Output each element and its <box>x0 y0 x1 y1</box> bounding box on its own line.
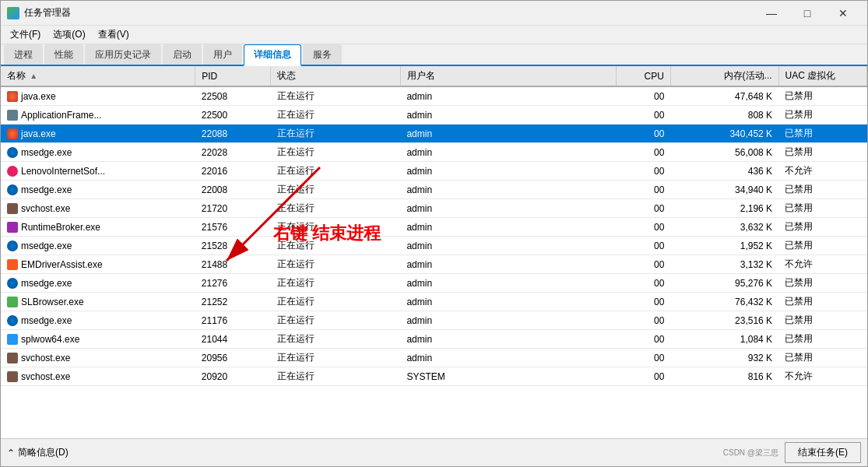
cell-name: java.exe <box>1 125 195 143</box>
window-title: 任务管理器 <box>24 6 754 19</box>
edge-icon <box>7 278 18 289</box>
cell-mem: 76,432 K <box>670 293 778 311</box>
cell-name: SLBrowser.exe <box>1 293 195 311</box>
table-container: 右键 结束进程 名称 ▲ <box>1 66 867 438</box>
cell-mem: 340,452 K <box>670 125 778 143</box>
menu-options[interactable]: 选项(O) <box>47 26 91 43</box>
collapse-info-button[interactable]: ⌃ 简略信息(D) <box>7 446 69 459</box>
table-row[interactable]: msedge.exe 21276 正在运行 admin 00 95,276 K … <box>1 274 867 293</box>
cell-uac: 不允许 <box>778 162 866 181</box>
cell-mem: 1,952 K <box>670 237 778 255</box>
cell-pid: 20920 <box>195 367 271 386</box>
col-header-user[interactable]: 用户名 <box>400 66 617 86</box>
table-row[interactable]: ApplicationFrame... 22500 正在运行 admin 00 … <box>1 106 867 125</box>
cell-cpu: 00 <box>617 237 670 255</box>
collapse-info-label: 简略信息(D) <box>18 446 69 459</box>
cell-status: 正在运行 <box>271 125 401 143</box>
edge-icon <box>7 241 18 251</box>
tab-users[interactable]: 用户 <box>203 44 242 65</box>
col-header-uac[interactable]: UAC 虚拟化 <box>778 66 866 86</box>
cell-pid: 21044 <box>195 330 271 349</box>
cell-user: admin <box>400 86 617 106</box>
table-row[interactable]: msedge.exe 21528 正在运行 admin 00 1,952 K 已… <box>1 237 867 255</box>
tab-performance[interactable]: 性能 <box>44 44 83 65</box>
tab-details[interactable]: 详细信息 <box>244 44 301 66</box>
cell-user: admin <box>400 330 617 349</box>
cell-pid: 22088 <box>195 125 271 143</box>
cell-user: admin <box>400 274 617 293</box>
cell-uac: 已禁用 <box>778 218 866 237</box>
table-row[interactable]: svchost.exe 20956 正在运行 admin 00 932 K 已禁… <box>1 349 867 367</box>
app-icon <box>7 110 18 121</box>
cell-name: svchost.exe <box>1 367 195 386</box>
cell-uac: 已禁用 <box>778 199 866 218</box>
tab-app-history[interactable]: 应用历史记录 <box>85 44 161 65</box>
cell-cpu: 00 <box>617 106 670 125</box>
cell-mem: 808 K <box>670 106 778 125</box>
table-row[interactable]: EMDriverAssist.exe 21488 正在运行 admin 00 3… <box>1 255 867 274</box>
cell-mem: 3,132 K <box>670 255 778 274</box>
table-scroll-container[interactable]: 名称 ▲ PID 状态 用户名 CPU 内存(活动... UAC 虚拟化 <box>1 66 867 438</box>
col-header-mem[interactable]: 内存(活动... <box>670 66 778 86</box>
table-row[interactable]: java.exe 22508 正在运行 admin 00 47,648 K 已禁… <box>1 86 867 106</box>
table-row[interactable]: msedge.exe 22028 正在运行 admin 00 56,008 K … <box>1 143 867 162</box>
end-task-button[interactable]: 结束任务(E) <box>785 442 861 463</box>
col-header-status[interactable]: 状态 <box>271 66 401 86</box>
menu-bar: 文件(F) 选项(O) 查看(V) <box>1 26 867 44</box>
edge-icon <box>7 147 18 158</box>
cell-status: 正在运行 <box>271 293 401 311</box>
cell-status: 正在运行 <box>271 199 401 218</box>
table-row[interactable]: svchost.exe 20920 正在运行 SYSTEM 00 816 K 不… <box>1 367 867 386</box>
col-header-pid[interactable]: PID <box>195 66 271 86</box>
cell-user: admin <box>400 237 617 255</box>
tab-processes[interactable]: 进程 <box>4 44 43 65</box>
cell-name: splwow64.exe <box>1 330 195 349</box>
cell-status: 正在运行 <box>271 349 401 367</box>
cell-cpu: 00 <box>617 125 670 143</box>
cell-cpu: 00 <box>617 367 670 386</box>
table-row[interactable]: msedge.exe 22008 正在运行 admin 00 34,940 K … <box>1 181 867 199</box>
task-manager-icon <box>7 7 19 19</box>
cell-uac: 已禁用 <box>778 311 866 330</box>
tab-services[interactable]: 服务 <box>303 44 342 65</box>
tab-startup[interactable]: 启动 <box>163 44 202 65</box>
menu-file[interactable]: 文件(F) <box>4 26 47 43</box>
menu-view[interactable]: 查看(V) <box>92 26 135 43</box>
table-row[interactable]: SLBrowser.exe 21252 正在运行 admin 00 76,432… <box>1 293 867 311</box>
cell-user: admin <box>400 125 617 143</box>
status-right: CSDN @梁三思 结束任务(E) <box>723 442 861 463</box>
cell-cpu: 00 <box>617 255 670 274</box>
cell-mem: 3,632 K <box>670 218 778 237</box>
cell-user: admin <box>400 143 617 162</box>
window-controls: — □ ✕ <box>754 1 861 26</box>
col-header-name[interactable]: 名称 ▲ <box>1 66 195 86</box>
cell-uac: 已禁用 <box>778 293 866 311</box>
table-row[interactable]: RuntimeBroker.exe 21576 正在运行 admin 00 3,… <box>1 218 867 237</box>
svc-icon <box>7 371 18 382</box>
process-table: 名称 ▲ PID 状态 用户名 CPU 内存(活动... UAC 虚拟化 <box>1 66 867 386</box>
cell-uac: 不允许 <box>778 367 866 386</box>
table-row[interactable]: msedge.exe 21176 正在运行 admin 00 23,516 K … <box>1 311 867 330</box>
col-header-cpu[interactable]: CPU <box>617 66 670 86</box>
status-bar: ⌃ 简略信息(D) CSDN @梁三思 结束任务(E) <box>1 438 867 466</box>
lenovo-icon <box>7 166 18 177</box>
maximize-button[interactable]: □ <box>789 1 825 26</box>
cell-cpu: 00 <box>617 218 670 237</box>
cell-mem: 1,084 K <box>670 330 778 349</box>
minimize-button[interactable]: — <box>754 1 789 26</box>
cell-user: admin <box>400 181 617 199</box>
close-button[interactable]: ✕ <box>825 1 861 26</box>
table-row[interactable]: java.exe 22088 正在运行 admin 00 340,452 K 已… <box>1 125 867 143</box>
cell-pid: 21720 <box>195 199 271 218</box>
cell-user: admin <box>400 106 617 125</box>
cell-user: SYSTEM <box>400 367 617 386</box>
em-icon <box>7 259 18 270</box>
cell-cpu: 00 <box>617 311 670 330</box>
table-row[interactable]: svchost.exe 21720 正在运行 admin 00 2,196 K … <box>1 199 867 218</box>
cell-user: admin <box>400 162 617 181</box>
cell-cpu: 00 <box>617 181 670 199</box>
cell-status: 正在运行 <box>271 106 401 125</box>
table-row[interactable]: LenovoInternetSof... 22016 正在运行 admin 00… <box>1 162 867 181</box>
table-row[interactable]: splwow64.exe 21044 正在运行 admin 00 1,084 K… <box>1 330 867 349</box>
watermark-text: CSDN @梁三思 <box>723 448 778 458</box>
